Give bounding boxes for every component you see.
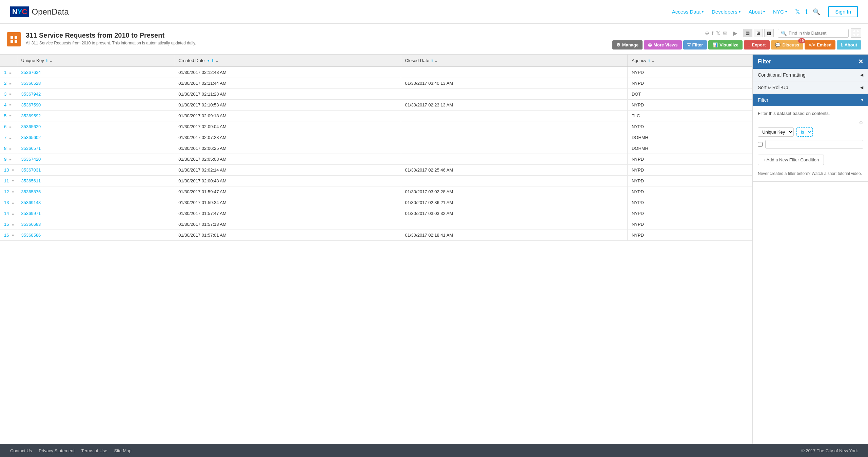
filter-condition-row: Unique Key is [758, 127, 863, 137]
email-icon[interactable]: ✉ [723, 30, 727, 36]
embed-button[interactable]: </> Embed [805, 40, 835, 49]
created-date-header: Created Date ▼ ℹ ≡ [174, 55, 401, 67]
row-menu-icon[interactable]: ≡ [8, 136, 13, 140]
dataset-search-input[interactable] [789, 31, 846, 36]
unique-key-cell: 35365629 [17, 121, 174, 132]
table-row: 12 ≡ 35365875 01/30/2017 01:59:47 AM 01/… [0, 186, 752, 197]
row-menu-icon[interactable]: ≡ [8, 157, 13, 161]
data-table: Unique Key ℹ ≡ Created Date ▼ ℹ ≡ [0, 55, 752, 241]
closed-date-info-icon[interactable]: ℹ [431, 58, 433, 63]
row-menu-icon[interactable]: ≡ [8, 71, 13, 75]
footer-terms-of-use[interactable]: Terms of Use [81, 448, 107, 453]
table-row: 6 ≡ 35365629 01/30/2017 02:09:04 AM NYPD [0, 121, 752, 132]
closed-date-cell [401, 111, 627, 121]
created-date-menu-icon[interactable]: ≡ [216, 59, 218, 63]
row-menu-icon[interactable]: ≡ [10, 168, 15, 172]
visualize-button[interactable]: 📊 Visualize [708, 40, 742, 49]
nav-access-data[interactable]: Access Data ▾ [672, 9, 704, 15]
tumblr-icon[interactable]: t [806, 8, 808, 16]
table-view-button[interactable]: ▤ [743, 29, 752, 37]
row-menu-icon[interactable]: ≡ [10, 201, 15, 205]
closed-date-cell: 01/30/2017 02:25:46 AM [401, 165, 627, 176]
row-menu-icon[interactable]: ≡ [8, 146, 13, 151]
dataset-icon [7, 32, 21, 46]
nav-nyc[interactable]: NYC ▾ [773, 9, 787, 15]
row-menu-icon[interactable]: ≡ [8, 125, 13, 129]
sort-rollup-header[interactable]: Sort & Roll-Up ◀ [753, 81, 868, 94]
closed-date-menu-icon[interactable]: ≡ [435, 59, 437, 63]
unique-key-info-icon[interactable]: ℹ [46, 58, 48, 63]
row-menu-icon[interactable]: ≡ [8, 114, 13, 118]
filter-section-header[interactable]: Filter ▾ [753, 94, 868, 106]
table-row: 3 ≡ 35367942 01/30/2017 02:11:28 AM DOT [0, 89, 752, 100]
filter-field-select[interactable]: Unique Key [758, 127, 794, 137]
export-button[interactable]: ↓ Export [744, 40, 770, 49]
filter-operator-select[interactable]: is [796, 127, 813, 137]
filter-value-input[interactable] [765, 140, 863, 148]
twitter-share-icon[interactable]: 𝕏 [716, 30, 720, 36]
row-number: 9 ≡ [0, 154, 17, 165]
rss-icon[interactable]: ⊕ [705, 30, 709, 36]
row-number: 5 ≡ [0, 111, 17, 121]
table-row: 8 ≡ 35366571 01/30/2017 02:06:25 AM DOHM… [0, 143, 752, 154]
embed-icon: </> [809, 42, 815, 47]
row-number: 7 ≡ [0, 132, 17, 143]
calendar-view-button[interactable]: ▦ [764, 29, 774, 37]
expand-arrow-icon[interactable]: ▶ [733, 29, 737, 37]
row-number: 12 ≡ [0, 186, 17, 197]
about-button[interactable]: ℹ About [837, 40, 861, 49]
nav-developers[interactable]: Developers ▾ [712, 9, 741, 15]
unique-key-menu-icon[interactable]: ≡ [50, 59, 52, 63]
filter-settings-icon[interactable]: ⚙ [758, 120, 863, 125]
footer-privacy-statement[interactable]: Privacy Statement [39, 448, 75, 453]
grid-icon [10, 35, 18, 43]
agency-info-icon[interactable]: ℹ [648, 58, 650, 63]
filter-icon: ▽ [687, 42, 691, 47]
closed-date-cell [401, 89, 627, 100]
row-menu-icon[interactable]: ≡ [8, 81, 13, 85]
created-date-cell: 01/30/2017 01:57:01 AM [174, 230, 401, 241]
discuss-badge: 19 [798, 38, 805, 43]
search-icon[interactable]: 🔍 [813, 8, 820, 16]
facebook-icon[interactable]: f [712, 30, 713, 36]
row-menu-icon[interactable]: ≡ [8, 92, 13, 96]
created-date-cell: 01/30/2017 02:11:28 AM [174, 89, 401, 100]
agency-cell: NYPD [627, 78, 752, 89]
share-icons: ⊕ f 𝕏 ✉ [705, 30, 727, 36]
row-menu-icon[interactable]: ≡ [10, 179, 15, 183]
created-date-info-icon[interactable]: ℹ [212, 58, 214, 63]
closed-date-cell [401, 132, 627, 143]
footer-site-map[interactable]: Site Map [114, 448, 131, 453]
agency-cell: DOT [627, 89, 752, 100]
created-date-cell: 01/30/2017 02:09:18 AM [174, 111, 401, 121]
agency-menu-icon[interactable]: ≡ [652, 59, 654, 63]
logo: NYC OpenData [10, 6, 69, 17]
card-view-button[interactable]: ⊞ [754, 29, 763, 37]
row-menu-icon[interactable]: ≡ [8, 103, 13, 107]
unique-key-cell: 35367634 [17, 67, 174, 78]
twitter-icon[interactable]: 𝕏 [795, 8, 800, 16]
sign-in-button[interactable]: Sign In [828, 6, 858, 17]
add-filter-condition-button[interactable]: + Add a New Filter Condition [758, 155, 824, 165]
agency-cell: DOHMH [627, 132, 752, 143]
fullscreen-button[interactable]: ⛶ [851, 28, 861, 38]
nav-about[interactable]: About ▾ [749, 9, 765, 15]
row-menu-icon[interactable]: ≡ [10, 222, 15, 226]
conditional-formatting-header[interactable]: Conditional Formatting ◀ [753, 69, 868, 81]
row-menu-icon[interactable]: ≡ [10, 212, 15, 216]
discuss-button[interactable]: 💬 Discuss 19 [771, 40, 803, 49]
row-menu-icon[interactable]: ≡ [10, 190, 15, 194]
filter-value-checkbox[interactable] [758, 142, 763, 147]
filter-close-button[interactable]: ✕ [858, 58, 863, 65]
filter-button[interactable]: ▽ Filter [683, 40, 707, 49]
table-row: 2 ≡ 35366528 01/30/2017 02:11:44 AM 01/3… [0, 78, 752, 89]
more-views-button[interactable]: ◎ More Views [644, 40, 682, 49]
filter-help-text: Never created a filter before? Watch a s… [758, 171, 863, 177]
filter-panel: Filter ✕ Conditional Formatting ◀ Sort &… [753, 55, 868, 444]
row-menu-icon[interactable]: ≡ [10, 233, 15, 237]
conditional-formatting-chevron-icon: ◀ [860, 73, 863, 77]
agency-cell: DOHMH [627, 143, 752, 154]
unique-key-cell: 35367590 [17, 100, 174, 111]
manage-button[interactable]: ⚙ Manage [612, 40, 643, 49]
footer-contact-us[interactable]: Contact Us [10, 448, 32, 453]
